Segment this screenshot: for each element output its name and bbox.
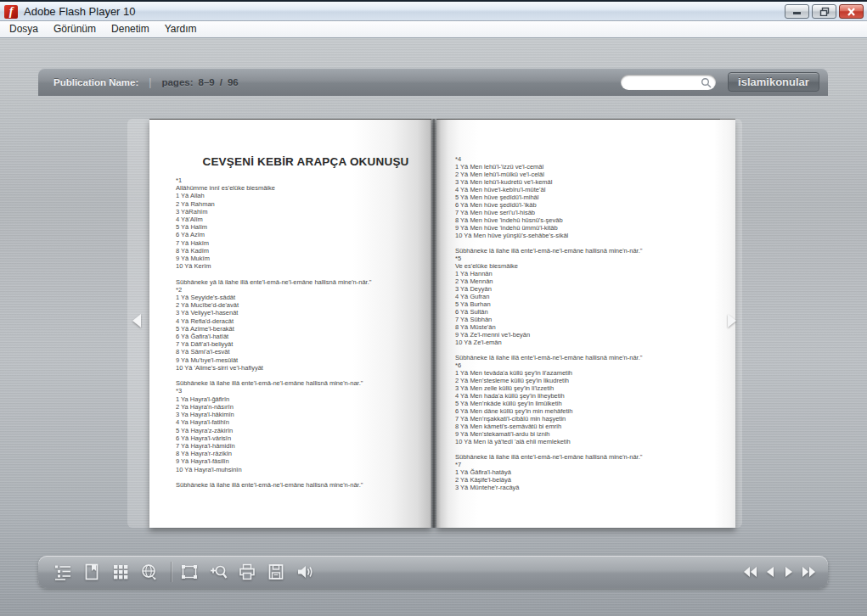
- next-page-strip[interactable]: [720, 119, 742, 528]
- save-icon: [267, 563, 285, 581]
- previous-page-button[interactable]: [762, 563, 777, 581]
- bottom-toolbar: [38, 556, 828, 588]
- menu-item-dosya[interactable]: Dosya: [2, 21, 46, 37]
- fullscreen-button[interactable]: [180, 563, 199, 581]
- previous-page-strip[interactable]: [127, 119, 149, 528]
- left-page[interactable]: CEVŞENİ KEBİR ARAPÇA OKUNUŞU *1 Allâhümm…: [149, 119, 431, 528]
- bookmark-page-icon: [82, 563, 101, 581]
- left-page-text: *1 Allâhümme innî es'elüke biesmâike 1 Y…: [176, 176, 371, 489]
- thumbnails-button[interactable]: [111, 563, 130, 581]
- previous-icon: [765, 566, 774, 578]
- web-icon: [140, 563, 159, 581]
- search-box[interactable]: [621, 75, 716, 90]
- bookmark-page-button[interactable]: [82, 563, 101, 581]
- flash-player-window: f Adobe Flash Player 10 Dosya Görünüm De…: [0, 0, 867, 616]
- zoom-in-button[interactable]: [209, 563, 228, 581]
- menu-item-gorunum[interactable]: Görünüm: [46, 21, 104, 37]
- thumbnails-icon: [111, 563, 130, 581]
- web-link-button[interactable]: [140, 563, 159, 581]
- search-input[interactable]: [628, 76, 701, 90]
- save-button[interactable]: [267, 563, 285, 581]
- zoom-in-icon: [209, 563, 228, 581]
- flash-app-icon: f: [4, 5, 18, 19]
- menu-bar: Dosya Görünüm Denetim Yardım: [0, 21, 867, 38]
- first-page-icon: [743, 566, 757, 578]
- next-icon: [785, 566, 794, 578]
- close-icon: [847, 8, 856, 16]
- right-page-text: *4 1 Yâ Men lehü'l-'izzü ve'l-cemâl 2 Yâ…: [455, 155, 642, 491]
- title-bar: f Adobe Flash Player 10: [0, 0, 867, 21]
- menu-item-denetim[interactable]: Denetim: [104, 21, 157, 37]
- last-page-icon: [802, 566, 816, 578]
- page-title: CEVŞENİ KEBİR ARAPÇA OKUNUŞU: [180, 155, 431, 168]
- pages-separator: /: [220, 77, 222, 87]
- minimize-icon: [792, 8, 802, 15]
- book-spine: [430, 119, 437, 528]
- right-page[interactable]: *4 1 Yâ Men lehü'l-'izzü ve'l-cemâl 2 Yâ…: [436, 119, 735, 528]
- minimize-button[interactable]: [785, 4, 809, 19]
- fullscreen-icon: [180, 563, 199, 581]
- pages-current: 8–9: [199, 77, 215, 87]
- restore-button[interactable]: [812, 4, 836, 19]
- header-separator: |: [149, 76, 151, 88]
- flash-stage: Publication Name: | pages: 8–9 / 96 isla…: [0, 38, 867, 616]
- restore-icon: [819, 7, 830, 16]
- print-icon: [238, 563, 256, 581]
- prev-page-arrow-icon: [132, 314, 141, 328]
- next-page-arrow-icon: [728, 314, 736, 328]
- print-button[interactable]: [238, 563, 256, 581]
- window-title: Adobe Flash Player 10: [24, 5, 136, 18]
- toolbar-divider: [171, 562, 172, 582]
- close-button[interactable]: [839, 4, 864, 19]
- first-page-button[interactable]: [742, 563, 757, 581]
- publication-name-label: Publication Name:: [53, 77, 138, 87]
- next-page-button[interactable]: [781, 563, 797, 581]
- pages-total: 96: [228, 77, 239, 87]
- pages-label: pages:: [161, 77, 193, 87]
- menu-item-yardim[interactable]: Yardım: [157, 21, 205, 37]
- window-controls: [785, 4, 864, 19]
- toc-button[interactable]: [53, 563, 72, 581]
- last-page-button[interactable]: [801, 563, 816, 581]
- sound-icon: [296, 563, 314, 581]
- brand-button[interactable]: islamikonular: [728, 72, 819, 92]
- viewer-header: Publication Name: | pages: 8–9 / 96 isla…: [38, 68, 828, 96]
- page-navigation: [742, 556, 816, 588]
- toc-icon: [53, 563, 72, 581]
- search-icon[interactable]: [701, 77, 712, 88]
- sound-button[interactable]: [296, 563, 314, 581]
